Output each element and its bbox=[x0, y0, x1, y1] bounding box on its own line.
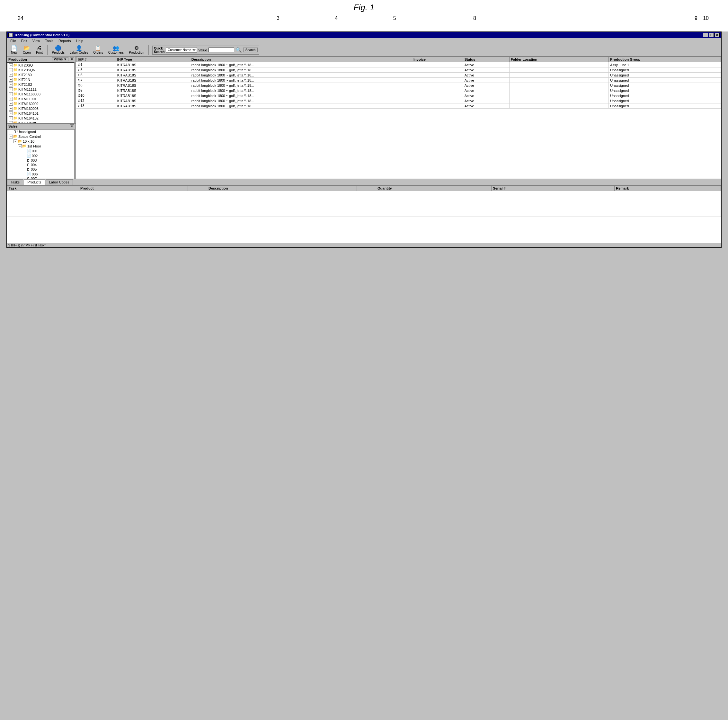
table-row[interactable]: ⊙10 KITRAB18S rabbit longblock 1800 ~ go… bbox=[76, 93, 721, 98]
menu-reports[interactable]: Reports bbox=[56, 38, 73, 43]
cell-folder bbox=[509, 67, 609, 73]
tree-expand-icon[interactable]: + bbox=[9, 97, 13, 101]
tree-expand-icon[interactable]: + bbox=[9, 92, 13, 96]
tab-tasks[interactable]: Tasks bbox=[7, 179, 23, 185]
table-row[interactable]: ⊙8 KITRAB18S rabbit longblock 1800 ~ gol… bbox=[76, 83, 721, 88]
tab-labor-codes[interactable]: Labor Codes bbox=[46, 179, 73, 185]
tree-expand-icon[interactable]: + bbox=[9, 78, 13, 82]
tree-expand-icon[interactable]: + bbox=[9, 112, 13, 115]
list-item[interactable]: 🗒007 bbox=[8, 176, 74, 179]
cell-folder bbox=[509, 83, 609, 88]
minimize-button[interactable]: ─ bbox=[703, 33, 708, 37]
list-item[interactable]: 📄001 bbox=[8, 148, 74, 153]
list-item[interactable]: 🗒004 bbox=[8, 162, 74, 167]
diagram-numbers: 24 3 4 5 8 9 10 bbox=[0, 14, 728, 32]
data-table[interactable]: IHP # IHP Type Description Invoice Statu… bbox=[76, 57, 721, 179]
tree-expand-icon[interactable]: + bbox=[9, 107, 13, 110]
customers-button[interactable]: 👥 Customers bbox=[106, 45, 126, 55]
tree-expand-icon[interactable]: + bbox=[9, 83, 13, 86]
labor-codes-button[interactable]: 👤 Labor Codes bbox=[67, 45, 90, 55]
list-item[interactable]: +📁KIT2180 bbox=[8, 72, 74, 77]
list-item[interactable]: −📂1st Floor bbox=[8, 144, 74, 148]
list-item[interactable]: 📄006 bbox=[8, 171, 74, 176]
list-item[interactable]: +📁KITM164102 bbox=[8, 116, 74, 121]
tab-products[interactable]: Products bbox=[24, 179, 45, 185]
table-row[interactable]: ⊙3 KITRAB18S rabbit longblock 1800 ~ gol… bbox=[76, 67, 721, 73]
tree-item-icon: 📂 bbox=[22, 144, 27, 148]
list-item[interactable]: 📄002 bbox=[8, 153, 74, 158]
list-item[interactable]: +📁KITM160002 bbox=[8, 101, 74, 106]
tree-expand-icon[interactable]: − bbox=[9, 68, 13, 72]
tree-expand-icon[interactable]: + bbox=[9, 116, 13, 120]
table-row[interactable]: ⊙13 KITRAB18S rabbit longblock 1800 ~ go… bbox=[76, 104, 721, 109]
production-tree[interactable]: −📁KIT20SQ−📁KIT20SQN+📁KIT2180+📁KIT21N+📁KI… bbox=[7, 62, 75, 123]
list-item[interactable]: 🗒005 bbox=[8, 167, 74, 171]
search-dropdown[interactable]: Customer Name Product Invoice bbox=[166, 47, 197, 53]
close-button[interactable]: ✕ bbox=[714, 33, 720, 37]
list-item[interactable]: +📁KITM11111 bbox=[8, 87, 74, 92]
tree-expand-icon[interactable]: − bbox=[9, 135, 13, 139]
menu-help[interactable]: Help bbox=[73, 38, 86, 43]
table-row[interactable]: ⊙7 KITRAB18S rabbit longblock 1800 ~ gol… bbox=[76, 78, 721, 83]
menu-edit[interactable]: Edit bbox=[18, 38, 30, 43]
list-item[interactable]: −📂Space Control bbox=[8, 134, 74, 139]
list-item[interactable]: +📁KITM164101 bbox=[8, 111, 74, 116]
col-folder: Folder Location bbox=[509, 57, 609, 62]
production-button[interactable]: ⚙ Production bbox=[127, 45, 147, 55]
cell-folder bbox=[509, 88, 609, 93]
tree-item-icon: 📂 bbox=[13, 134, 18, 139]
cell-desc: rabbit longblock 1800 ~ golf, jetta \\ 1… bbox=[190, 78, 412, 83]
menu-file[interactable]: File bbox=[8, 38, 18, 43]
list-item[interactable]: +📁KITM160003 bbox=[8, 106, 74, 111]
bottom-table[interactable]: Task Product Description Quantity Serial… bbox=[7, 185, 721, 243]
table-row[interactable]: ⊙12 KITRAB18S rabbit longblock 1800 ~ go… bbox=[76, 98, 721, 104]
label-4: 4 bbox=[335, 15, 338, 21]
list-item[interactable]: +📁KIT21N bbox=[8, 77, 74, 82]
tree-expand-icon[interactable]: + bbox=[9, 73, 13, 77]
table-row[interactable]: ⊙9 KITRAB18S rabbit longblock 1800 ~ gol… bbox=[76, 88, 721, 93]
tree-item-icon: 📁 bbox=[13, 87, 18, 91]
search-button[interactable]: Search bbox=[243, 47, 258, 52]
search-input[interactable] bbox=[208, 47, 234, 52]
tree-expand-icon[interactable]: + bbox=[9, 102, 13, 106]
new-button[interactable]: 📄 New bbox=[8, 45, 20, 55]
list-item[interactable]: +📁KITM11901 bbox=[8, 96, 74, 101]
open-button[interactable]: 📂 Open bbox=[21, 45, 33, 55]
list-item[interactable]: −📂10 x 10 bbox=[8, 139, 74, 144]
products-button[interactable]: 🔵 Products bbox=[49, 45, 66, 55]
products-label: Products bbox=[52, 51, 64, 54]
cell-group: Unassigned bbox=[609, 93, 721, 98]
production-panel-close[interactable]: × bbox=[70, 57, 74, 61]
menu-tools[interactable]: Tools bbox=[43, 38, 56, 43]
list-item[interactable]: −📁KIT20SQ bbox=[8, 63, 74, 67]
cell-invoice bbox=[412, 73, 463, 78]
list-item[interactable]: 🗒003 bbox=[8, 158, 74, 162]
menu-view[interactable]: View bbox=[30, 38, 43, 43]
cell-group: Unassigned bbox=[609, 67, 721, 73]
app-window: ⊞ TracKing (Confidential Beta v1.0) ─ □ … bbox=[6, 32, 722, 248]
tree-expand-icon[interactable]: − bbox=[14, 139, 17, 143]
tree-expand-icon[interactable]: − bbox=[9, 63, 13, 67]
orders-button[interactable]: 📋 Orders bbox=[91, 45, 106, 55]
sales-tree[interactable]: 🗒Unassigned−📂Space Control−📂10 x 10−📂1st… bbox=[7, 129, 75, 179]
tree-expand-icon[interactable]: + bbox=[9, 87, 13, 91]
table-row[interactable]: ⊙6 KITRAB18S rabbit longblock 1800 ~ gol… bbox=[76, 73, 721, 78]
list-item[interactable]: −📂KITRAB18S bbox=[8, 121, 74, 123]
print-icon: 🖨 bbox=[37, 46, 42, 51]
table-row[interactable]: ⊙1 KITRAB18S rabbit longblock 1800 ~ gol… bbox=[76, 62, 721, 67]
col-serial: Serial # bbox=[491, 186, 595, 191]
maximize-button[interactable]: □ bbox=[709, 33, 714, 37]
list-item[interactable]: −📁KIT20SQN bbox=[8, 67, 74, 72]
cell-desc: rabbit longblock 1800 ~ golf, jetta \\ 1… bbox=[190, 104, 412, 109]
tree-expand-icon[interactable]: − bbox=[18, 144, 22, 148]
bottom-data-table: Task Product Description Quantity Serial… bbox=[7, 185, 721, 217]
views-dropdown[interactable]: Views ▼ bbox=[52, 57, 69, 61]
toolbar-separator bbox=[47, 45, 47, 55]
list-item[interactable]: 🗒Unassigned bbox=[8, 130, 74, 134]
list-item[interactable]: +📁KIT21S2 bbox=[8, 82, 74, 87]
print-button[interactable]: 🖨 Print bbox=[34, 45, 45, 55]
tree-expand-icon[interactable]: − bbox=[9, 121, 13, 124]
sales-panel-header: Sales × bbox=[7, 124, 75, 129]
list-item[interactable]: +📁KITM1160003 bbox=[8, 92, 74, 96]
sales-panel-close[interactable]: × bbox=[70, 124, 74, 128]
